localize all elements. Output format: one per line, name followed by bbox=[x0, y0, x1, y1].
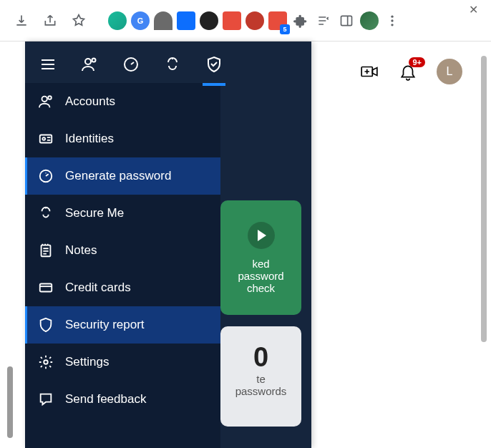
create-video-icon[interactable] bbox=[359, 62, 379, 82]
password-check-card[interactable]: ked password check bbox=[220, 200, 301, 315]
svg-point-9 bbox=[48, 96, 52, 99]
user-avatar[interactable]: L bbox=[437, 59, 462, 84]
menu-item-accounts[interactable]: Accounts bbox=[25, 83, 220, 120]
download-icon[interactable] bbox=[11, 11, 31, 31]
menu-label: Notes bbox=[65, 243, 97, 258]
menu-item-security-report[interactable]: Security report bbox=[25, 306, 220, 344]
profile-avatar-icon[interactable] bbox=[360, 11, 379, 30]
scrollbar-right[interactable] bbox=[481, 56, 487, 342]
extension-icon-4[interactable] bbox=[177, 11, 195, 30]
menu-item-notes[interactable]: Notes bbox=[25, 232, 220, 269]
card-text-line1: ked password bbox=[232, 258, 290, 282]
secure-tab-icon[interactable] bbox=[162, 54, 183, 74]
play-icon[interactable] bbox=[248, 222, 275, 249]
panel-menu: Accounts Identities Generate password Se… bbox=[25, 83, 220, 448]
reading-list-icon[interactable] bbox=[314, 11, 333, 30]
hamburger-menu-icon[interactable] bbox=[38, 54, 58, 74]
content-cards-area: ked password check 0 te passwords bbox=[220, 200, 311, 438]
svg-point-2 bbox=[391, 19, 393, 21]
menu-label: Identities bbox=[65, 132, 114, 146]
menu-item-send-feedback[interactable]: Send feedback bbox=[25, 381, 220, 418]
extension-icon-7[interactable] bbox=[245, 11, 264, 30]
extensions-puzzle-icon[interactable] bbox=[291, 11, 310, 30]
svg-point-15 bbox=[44, 360, 48, 364]
bookmark-star-icon[interactable] bbox=[69, 11, 89, 31]
svg-rect-14 bbox=[40, 284, 52, 292]
menu-label: Secure Me bbox=[65, 206, 124, 220]
notifications-bell-icon[interactable]: 9+ bbox=[398, 62, 418, 82]
extension-icon-1[interactable] bbox=[108, 11, 127, 30]
menu-label: Accounts bbox=[65, 94, 115, 109]
svg-point-1 bbox=[391, 15, 393, 17]
menu-item-settings[interactable]: Settings bbox=[25, 344, 220, 381]
google-translate-icon[interactable]: G bbox=[131, 11, 150, 30]
count-label: te passwords bbox=[232, 373, 290, 397]
scrollbar-left[interactable] bbox=[7, 366, 13, 438]
kebab-menu-icon[interactable] bbox=[383, 11, 402, 30]
menu-item-secure-me[interactable]: Secure Me bbox=[25, 195, 220, 232]
extension-icon-6[interactable] bbox=[223, 11, 241, 30]
svg-point-3 bbox=[391, 24, 393, 26]
menu-item-identities[interactable]: Identities bbox=[25, 120, 220, 157]
extension-icon-5[interactable] bbox=[200, 11, 218, 30]
accounts-tab-icon[interactable] bbox=[79, 54, 99, 74]
side-panel-icon[interactable] bbox=[337, 11, 356, 30]
menu-label: Security report bbox=[65, 318, 145, 332]
shield-tab-icon[interactable] bbox=[204, 54, 224, 74]
share-icon[interactable] bbox=[40, 11, 60, 31]
browser-toolbar: G bbox=[0, 0, 491, 42]
menu-label: Send feedback bbox=[65, 392, 146, 406]
card-text-line2: check bbox=[232, 282, 290, 294]
vpn-icon[interactable] bbox=[154, 11, 172, 30]
extension-icon-8[interactable] bbox=[268, 11, 287, 30]
svg-point-8 bbox=[42, 97, 47, 102]
menu-label: Settings bbox=[65, 355, 109, 369]
password-count-card[interactable]: 0 te passwords bbox=[220, 326, 301, 427]
generate-tab-icon[interactable] bbox=[121, 54, 141, 74]
svg-rect-0 bbox=[341, 16, 352, 25]
menu-label: Credit cards bbox=[65, 281, 131, 295]
password-manager-panel: ked password check 0 te passwords Accoun… bbox=[25, 42, 311, 448]
page-header-actions: 9+ L bbox=[359, 59, 462, 84]
notification-count-badge: 9+ bbox=[409, 57, 425, 67]
svg-point-5 bbox=[85, 59, 91, 64]
menu-item-generate-password[interactable]: Generate password bbox=[25, 157, 220, 195]
window-close-icon[interactable]: ✕ bbox=[469, 3, 478, 16]
menu-label: Generate password bbox=[65, 169, 171, 183]
svg-point-11 bbox=[42, 137, 45, 140]
panel-tab-bar bbox=[25, 42, 311, 83]
menu-item-credit-cards[interactable]: Credit cards bbox=[25, 269, 220, 306]
count-value: 0 bbox=[232, 342, 290, 373]
svg-point-6 bbox=[92, 59, 96, 62]
